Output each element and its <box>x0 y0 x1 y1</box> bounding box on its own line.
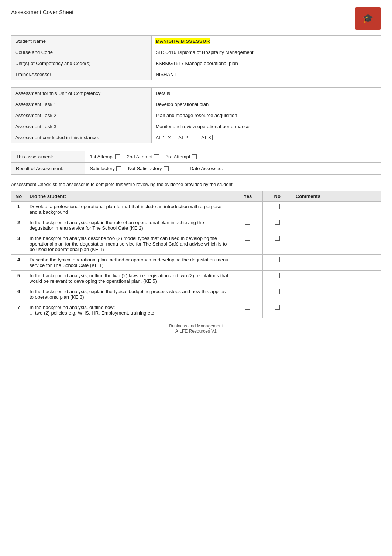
attempt1-checkbox[interactable] <box>115 154 120 159</box>
yes-checkbox[interactable] <box>245 236 250 241</box>
attempt2-checkbox[interactable] <box>154 154 159 159</box>
satisfactory-label: Satisfactory <box>90 166 115 171</box>
no-checkbox[interactable] <box>275 257 280 262</box>
conducted-label: Assessment conducted in this instance: <box>11 132 152 143</box>
task1-row: Assessment Task 1 Develop operational pl… <box>11 99 381 110</box>
checklist-table: No Did the student: Yes No Comments 1Dev… <box>11 191 381 318</box>
task3-row: Assessment Task 3 Monitor and review ope… <box>11 121 381 132</box>
yes-checkbox[interactable] <box>245 257 250 262</box>
at1-option[interactable]: AT 1 <box>155 135 172 140</box>
row-number-cell: 3 <box>11 233 26 255</box>
course-row: Course and Code SIT50416 Diploma of Hosp… <box>11 47 381 58</box>
result-options: Satisfactory Not Satisfactory Date Asses… <box>85 163 381 175</box>
attempt-row: This assessment: 1st Attempt 2nd Attempt… <box>11 151 381 163</box>
attempt2-label: 2nd Attempt <box>127 154 152 159</box>
row-text-cell: In the background analysis describe two … <box>26 233 233 255</box>
comments-cell <box>292 302 381 318</box>
not-satisfactory-option[interactable]: Not Satisfactory <box>128 166 169 171</box>
not-satisfactory-label: Not Satisfactory <box>128 166 162 171</box>
tasks-header-label: Assessment for this Unit of Competency <box>11 88 152 99</box>
comments-cell <box>292 286 381 302</box>
at1-checkbox[interactable] <box>167 135 172 140</box>
no-checkbox[interactable] <box>275 273 280 278</box>
no-checkbox[interactable] <box>275 236 280 241</box>
logo-image: 🎓 <box>355 7 381 30</box>
at3-option[interactable]: AT 3 <box>201 135 217 140</box>
checklist-row: 5In the background analysis, outline the… <box>11 271 381 286</box>
col-comments-header: Comments <box>292 191 381 202</box>
comments-cell <box>292 271 381 286</box>
result-row: Result of Assessment: Satisfactory Not S… <box>11 163 381 175</box>
page-title: Assessment Cover Sheet <box>11 7 73 15</box>
attempt2-option[interactable]: 2nd Attempt <box>127 154 159 159</box>
row-number-cell: 5 <box>11 271 26 286</box>
attempt1-label: 1st Attempt <box>90 154 114 159</box>
date-assessed-label: Date Assessed: <box>190 166 223 171</box>
yes-checkbox[interactable] <box>245 204 250 209</box>
comments-cell <box>292 233 381 255</box>
this-assessment-label: This assessment: <box>11 151 85 163</box>
row-number-cell: 6 <box>11 286 26 302</box>
no-checkbox[interactable] <box>275 305 280 310</box>
at3-checkbox[interactable] <box>212 135 217 140</box>
attempt3-checkbox[interactable] <box>192 154 197 159</box>
footer-line2: AILFE Resources V1 <box>11 329 381 334</box>
yes-checkbox[interactable] <box>245 305 250 310</box>
row-number-cell: 7 <box>11 302 26 318</box>
task2-row: Assessment Task 2 Plan and manage resour… <box>11 110 381 121</box>
no-checkbox[interactable] <box>275 289 280 294</box>
satisfactory-checkbox[interactable] <box>116 166 121 171</box>
row-text-cell: In the background analysis, explain the … <box>26 286 233 302</box>
task3-label: Assessment Task 3 <box>11 121 152 132</box>
comments-cell <box>292 217 381 233</box>
checklist-row: 7In the background analysis, outline how… <box>11 302 381 318</box>
footer-line1: Business and Management <box>11 323 381 329</box>
attempt3-option[interactable]: 3rd Attempt <box>166 154 197 159</box>
col-yes-header: Yes <box>233 191 262 202</box>
footer: Business and Management AILFE Resources … <box>11 323 381 334</box>
yes-checkbox[interactable] <box>245 273 250 278</box>
row-number-cell: 4 <box>11 255 26 271</box>
checklist-row: 3In the background analysis describe two… <box>11 233 381 255</box>
at2-option[interactable]: AT 2 <box>178 135 195 140</box>
task2-label: Assessment Task 2 <box>11 110 152 121</box>
trainer-value: NISHANT <box>152 69 381 80</box>
trainer-row: Trainer/Assessor NISHANT <box>11 69 381 80</box>
unit-value: BSBMGT517 Manage operational plan <box>152 58 381 69</box>
yes-checkbox[interactable] <box>245 289 250 294</box>
col-no2-header: No <box>262 191 292 202</box>
tasks-header-value: Details <box>152 88 381 99</box>
tasks-header-row: Assessment for this Unit of Competency D… <box>11 88 381 99</box>
task3-value: Monitor and review operational performan… <box>152 121 381 132</box>
cover-table: Student Name MANISHA BISSESSUR Course an… <box>11 35 381 80</box>
row-text-cell: In the background analysis, outline how:… <box>26 302 233 318</box>
attempt-options: 1st Attempt 2nd Attempt 3rd Attempt <box>85 151 381 163</box>
row-text-cell: In the background analysis, outline the … <box>26 271 233 286</box>
course-label: Course and Code <box>11 47 152 58</box>
conducted-value: AT 1 AT 2 AT 3 <box>152 132 381 143</box>
not-satisfactory-checkbox[interactable] <box>164 166 169 171</box>
checklist-row: 1Develop a professional operational plan… <box>11 202 381 217</box>
attempt1-option[interactable]: 1st Attempt <box>90 154 120 159</box>
attempt3-label: 3rd Attempt <box>166 154 190 159</box>
row-text-cell: Describe the typical operational plan me… <box>26 255 233 271</box>
checklist-row: 4Describe the typical operational plan m… <box>11 255 381 271</box>
row-number-cell: 1 <box>11 202 26 217</box>
student-name-value: MANISHA BISSESSUR <box>152 36 381 47</box>
task1-label: Assessment Task 1 <box>11 99 152 110</box>
at2-checkbox[interactable] <box>190 135 195 140</box>
course-value: SIT50416 Diploma of Hospitality Manageme… <box>152 47 381 58</box>
no-checkbox[interactable] <box>275 220 280 225</box>
no-checkbox[interactable] <box>275 204 280 209</box>
unit-label: Unit(s) of Competency and Code(s) <box>11 58 152 69</box>
task1-value: Develop operational plan <box>152 99 381 110</box>
yes-checkbox[interactable] <box>245 220 250 225</box>
row-text-cell: In the background analysis, explain the … <box>26 217 233 233</box>
at2-label: AT 2 <box>178 135 188 140</box>
page-header: Assessment Cover Sheet 🎓 <box>11 7 381 30</box>
satisfactory-option[interactable]: Satisfactory <box>90 166 121 171</box>
comments-cell <box>292 255 381 271</box>
student-name-row: Student Name MANISHA BISSESSUR <box>11 36 381 47</box>
trainer-label: Trainer/Assessor <box>11 69 152 80</box>
col-no-header: No <box>11 191 26 202</box>
